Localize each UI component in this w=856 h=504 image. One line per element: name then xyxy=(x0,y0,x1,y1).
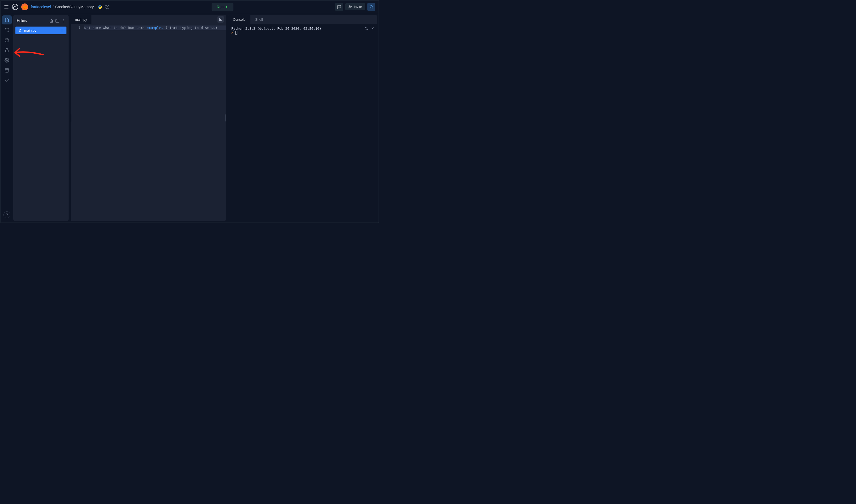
invite-label: Invite xyxy=(354,5,362,9)
rail-secrets[interactable] xyxy=(2,46,12,55)
svg-point-16 xyxy=(5,69,9,70)
run-button[interactable]: Run xyxy=(211,3,234,11)
python-file-icon xyxy=(18,29,22,32)
header: 🎃 fartfacelevel / CrookedSkinnyMemory Ru… xyxy=(1,1,379,13)
breadcrumb-repo[interactable]: CrookedSkinnyMemory xyxy=(55,5,94,9)
console-cursor xyxy=(235,31,237,35)
replit-logo-icon[interactable] xyxy=(12,3,19,10)
resize-handle-right[interactable] xyxy=(225,114,226,122)
svg-point-10 xyxy=(5,29,6,29)
invite-button[interactable]: Invite xyxy=(345,3,365,10)
svg-point-19 xyxy=(63,19,64,20)
search-button[interactable] xyxy=(367,3,375,11)
svg-point-21 xyxy=(63,21,64,22)
python-icon xyxy=(98,4,102,9)
editor-tab-main[interactable]: main.py xyxy=(71,15,91,24)
console-line: Python 3.8.2 (default, Feb 26 2020, 02:5… xyxy=(231,26,374,31)
svg-line-30 xyxy=(367,29,368,30)
console-panel: Console Shell Python 3.8.2 (default, Feb… xyxy=(228,15,377,221)
file-item-more-icon[interactable] xyxy=(60,29,64,32)
rail-settings[interactable] xyxy=(2,56,12,65)
chat-button[interactable] xyxy=(335,3,343,11)
history-icon[interactable] xyxy=(105,4,110,9)
files-panel: Files main.py xyxy=(13,15,69,221)
svg-point-20 xyxy=(63,20,64,21)
svg-marker-4 xyxy=(226,6,228,8)
file-item-main[interactable]: main.py xyxy=(15,26,66,34)
rail-packages[interactable] xyxy=(2,36,12,44)
rail-version-control[interactable] xyxy=(2,25,12,35)
tab-console[interactable]: Console xyxy=(228,15,251,24)
rail-check[interactable] xyxy=(2,76,12,85)
console-clear-icon[interactable] xyxy=(371,26,374,30)
new-folder-icon[interactable] xyxy=(55,19,59,23)
left-rail: ? xyxy=(1,13,13,222)
console-search-icon[interactable] xyxy=(364,26,368,30)
run-button-label: Run xyxy=(217,5,224,9)
breadcrumb: fartfacelevel / CrookedSkinnyMemory xyxy=(31,5,94,9)
svg-rect-14 xyxy=(5,50,8,52)
line-number: 1 xyxy=(71,24,84,221)
tab-shell[interactable]: Shell xyxy=(251,15,268,24)
console-output[interactable]: Python 3.8.2 (default, Feb 26 2020, 02:5… xyxy=(228,24,377,221)
breadcrumb-separator: / xyxy=(52,5,53,9)
svg-line-9 xyxy=(372,8,373,8)
svg-point-23 xyxy=(62,30,62,31)
file-item-label: main.py xyxy=(24,29,36,32)
console-prompt: > xyxy=(231,31,234,35)
svg-point-29 xyxy=(365,27,367,29)
code-hint-link[interactable]: examples xyxy=(147,26,164,30)
svg-point-11 xyxy=(8,31,8,32)
svg-point-24 xyxy=(62,31,62,32)
resize-handle-left[interactable] xyxy=(71,114,71,122)
editor-format-icon[interactable] xyxy=(218,16,224,22)
new-file-icon[interactable] xyxy=(49,19,53,23)
files-more-icon[interactable] xyxy=(62,19,65,23)
editor-panel: main.py 1 Not sure what to do? Run some … xyxy=(71,15,226,221)
menu-icon[interactable] xyxy=(4,4,9,10)
breadcrumb-user[interactable]: fartfacelevel xyxy=(31,5,51,9)
help-button[interactable]: ? xyxy=(3,211,10,218)
files-panel-title: Files xyxy=(16,18,27,23)
code-hint-prefix: Not sure what to do? Run some xyxy=(84,26,147,30)
code-editor[interactable]: 1 Not sure what to do? Run some examples… xyxy=(71,24,226,221)
rail-database[interactable] xyxy=(2,66,12,75)
svg-point-8 xyxy=(370,5,373,8)
svg-point-22 xyxy=(62,29,62,30)
svg-point-5 xyxy=(349,5,350,7)
rail-files[interactable] xyxy=(2,15,12,24)
svg-point-15 xyxy=(6,60,8,61)
avatar[interactable]: 🎃 xyxy=(21,3,28,10)
code-hint-suffix: (start typing to dismiss) xyxy=(163,26,218,30)
